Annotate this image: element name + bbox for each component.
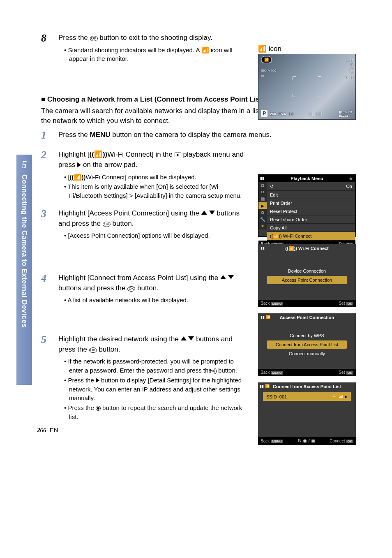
- ok-icon: OK: [103, 222, 111, 227]
- record-icon: [96, 406, 101, 411]
- figure-access-point-connection: ▮▮ 📶 Access Point Connection Connect by …: [258, 313, 356, 376]
- step-number: 2: [41, 150, 51, 201]
- step-number: 3: [41, 208, 51, 241]
- wifi-signal-icon: ((📶)): [90, 150, 108, 158]
- back-label: BackMENU: [261, 301, 283, 306]
- step-text: Press the OK button to exit to the shoot…: [58, 33, 247, 43]
- wifi-icon: 📶: [258, 45, 267, 53]
- bullet: Press the button to display [Detail Sett…: [64, 376, 247, 403]
- figure-playback-menu: ▮▮ Playback Menu ★ ◘◘▦▶✿🔧★ ↺On Edit Prin…: [258, 174, 356, 237]
- menu-item[interactable]: Print Order: [267, 199, 355, 207]
- shooting-left-stack: ISO-A 200 ▭: [261, 68, 276, 79]
- ok-icon: OK: [90, 36, 98, 41]
- wifi-signal-icon: ((📶)): [70, 174, 86, 181]
- set-label: SetOK: [339, 370, 353, 375]
- ok-icon: OK: [89, 347, 97, 353]
- step-text: Highlight [Access Point Connection] usin…: [58, 208, 247, 229]
- figure-shooting-display: 📶 icon 📶 ISO-A 200 ▭ S-AF 4K AF LF sRGB …: [258, 44, 356, 120]
- network-entry[interactable]: SSID_001 🔒 📶 ▸: [263, 392, 351, 401]
- ok-icon: OK: [214, 368, 217, 374]
- screen-title: Access Point Connection: [258, 315, 356, 320]
- menu-item-wifi-connect[interactable]: ((📶)) Wi-Fi Connect: [267, 232, 355, 241]
- battery-icon: ▮▮: [260, 176, 264, 180]
- figure-wifi-connect: ▮▮ ((📶)) Wi-Fi Connect Device Connection…: [258, 244, 356, 307]
- option-connect-wps[interactable]: Connect by WPS: [267, 331, 347, 340]
- step-text: Press the MENU button on the camera to d…: [58, 130, 356, 140]
- step-number: 4: [41, 273, 51, 306]
- bullet: Press the button to repeat the search an…: [64, 403, 247, 421]
- wifi-icon-label: 📶 icon: [258, 44, 356, 53]
- shooting-bottom-line: 250 F5.6 0.0 │││││││││ ▮1:02:03▮1023: [270, 110, 352, 118]
- figure-network-list: ▮▮ 📶 Connect from Access Point List SSID…: [258, 382, 356, 445]
- back-label: BackMENU: [261, 370, 283, 375]
- menu-title: Playback Menu: [291, 176, 323, 181]
- playback-icon: [175, 153, 181, 157]
- focus-marks: [293, 76, 321, 97]
- screen-title: Connect from Access Point List: [258, 384, 356, 389]
- chapter-number: 5: [22, 159, 27, 171]
- option-connect-manually[interactable]: Connect manually: [267, 350, 347, 358]
- down-arrow-icon: [209, 211, 215, 215]
- down-arrow-icon: [188, 336, 194, 340]
- connect-label: ConnectOK: [330, 439, 353, 443]
- option-access-point-connection[interactable]: Access Point Connection: [267, 276, 347, 284]
- bullet: Standard shooting indicators will be dis…: [64, 46, 247, 64]
- step-number: 5: [41, 334, 51, 422]
- up-arrow-icon: [220, 275, 226, 279]
- option-device-connection[interactable]: Device Connection: [267, 267, 347, 275]
- wifi-icon: 📶: [201, 46, 209, 53]
- chapter-tab: 5 Connecting the Camera to External Devi…: [16, 155, 32, 385]
- right-arrow-icon: [96, 378, 99, 383]
- page-lang: EN: [50, 426, 58, 433]
- down-arrow-icon: [228, 275, 234, 279]
- page-footer: 266 EN: [37, 426, 58, 434]
- page-number: 266: [37, 427, 46, 433]
- chapter-title: Connecting the Camera to External Device…: [20, 174, 28, 328]
- step-text: Highlight [Connect from Access Point Lis…: [58, 273, 247, 293]
- step-1: 1 Press the MENU button on the camera to…: [41, 130, 356, 143]
- ok-icon: OK: [127, 286, 135, 292]
- network-icons: 🔒 📶 ▸: [331, 394, 348, 399]
- bullet: A list of available networks will be dis…: [64, 296, 247, 305]
- step-number: 8: [41, 33, 51, 64]
- bullet: This item is only available when [On] is…: [64, 182, 247, 200]
- option-connect-list[interactable]: Connect from Access Point List: [267, 340, 347, 349]
- set-label: SetOK: [339, 301, 353, 306]
- shooting-display-preview: 📶 ISO-A 200 ▭ S-AF 4K AF LF sRGB P 250 F…: [258, 54, 356, 120]
- step-number: 1: [41, 130, 51, 143]
- menu-item[interactable]: ↺On: [267, 182, 355, 191]
- bullet: [((📶))Wi-Fi Connect] options will be dis…: [64, 173, 247, 182]
- up-arrow-icon: [201, 211, 207, 215]
- menu-item[interactable]: Copy All: [267, 224, 355, 232]
- step-text: Highlight [((📶))Wi-Fi Connect] in the pl…: [58, 150, 247, 170]
- ssid-label: SSID_001: [266, 394, 287, 399]
- mode-badge: P: [261, 110, 267, 117]
- menu-item[interactable]: Reset share Order: [267, 215, 355, 224]
- up-arrow-icon: [181, 336, 187, 340]
- shooting-wifi-badge: 📶: [262, 57, 271, 63]
- star-icon: ★: [349, 176, 353, 181]
- bullet: [Access Point Connection] options will b…: [64, 231, 247, 240]
- shooting-right-stack: S-AF 4K AF LF sRGB: [345, 58, 354, 80]
- menu-item[interactable]: Reset Protect: [267, 207, 355, 215]
- screen-title: ((📶)) Wi-Fi Connect: [258, 246, 356, 251]
- back-label: BackMENU: [261, 439, 283, 443]
- bullet: If the network is password-protected, yo…: [64, 357, 247, 375]
- step-text: Highlight the desired network using the …: [58, 334, 247, 354]
- foot-middle-icons: ↻ ◉ / ≣: [297, 438, 315, 444]
- right-arrow-icon: [77, 162, 81, 167]
- menu-item[interactable]: Edit: [267, 191, 355, 199]
